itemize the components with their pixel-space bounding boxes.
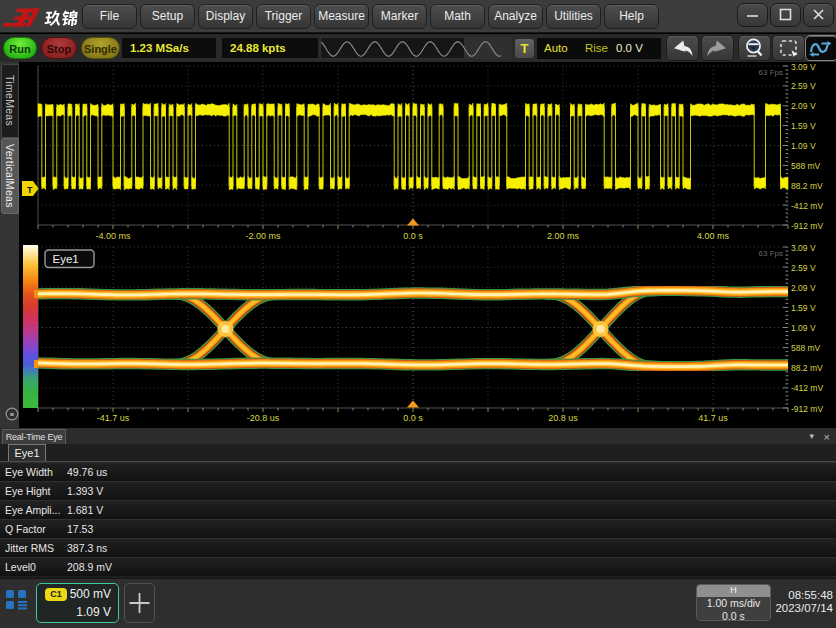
- svg-text:1.59 V: 1.59 V: [791, 303, 816, 313]
- svg-text:1.09 V: 1.09 V: [791, 323, 816, 333]
- svg-text:Eye1: Eye1: [53, 253, 79, 265]
- svg-text:88.2 mV: 88.2 mV: [791, 181, 823, 191]
- svg-text:1.09 V: 1.09 V: [791, 141, 816, 151]
- svg-text:88.2 mV: 88.2 mV: [791, 363, 823, 373]
- svg-text:T: T: [27, 185, 33, 195]
- svg-text:2.00 ms: 2.00 ms: [547, 231, 580, 241]
- svg-text:2.59 V: 2.59 V: [791, 81, 816, 91]
- svg-text:41.7 us: 41.7 us: [698, 413, 728, 423]
- svg-text:-412 mV: -412 mV: [791, 383, 823, 393]
- svg-text:-20.8 us: -20.8 us: [247, 413, 280, 423]
- svg-text:588 mV: 588 mV: [791, 343, 821, 353]
- svg-text:-41.7 us: -41.7 us: [97, 413, 130, 423]
- svg-text:588 mV: 588 mV: [791, 161, 821, 171]
- svg-text:0.0 s: 0.0 s: [403, 231, 423, 241]
- svg-text:-4.00 ms: -4.00 ms: [95, 231, 131, 241]
- svg-text:2.59 V: 2.59 V: [791, 263, 816, 273]
- svg-text:»: »: [10, 410, 15, 419]
- svg-text:-912 mV: -912 mV: [791, 404, 823, 414]
- svg-text:20.8 us: 20.8 us: [548, 413, 578, 423]
- svg-text:2.09 V: 2.09 V: [791, 101, 816, 111]
- svg-text:63 Fps: 63 Fps: [759, 249, 783, 258]
- svg-text:0.0 s: 0.0 s: [403, 413, 423, 423]
- svg-text:-2.00 ms: -2.00 ms: [245, 231, 281, 241]
- svg-text:63 Fps: 63 Fps: [759, 68, 783, 77]
- svg-text:3.09 V: 3.09 V: [791, 243, 816, 253]
- svg-text:3.09 V: 3.09 V: [791, 62, 816, 72]
- svg-text:-412 mV: -412 mV: [791, 201, 823, 211]
- svg-text:-912 mV: -912 mV: [791, 221, 823, 231]
- svg-text:4.00 ms: 4.00 ms: [697, 231, 730, 241]
- svg-text:2.09 V: 2.09 V: [791, 283, 816, 293]
- svg-text:1.59 V: 1.59 V: [791, 121, 816, 131]
